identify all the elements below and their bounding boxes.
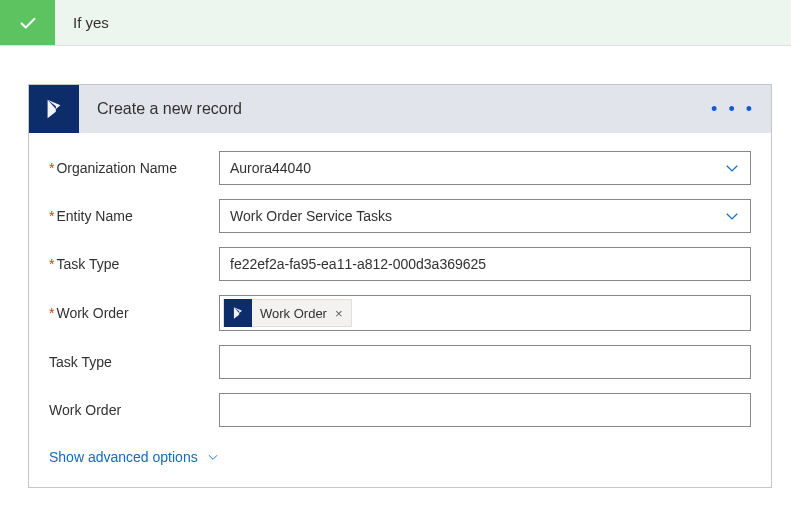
field-row-organization-name: *Organization Name [49, 151, 751, 185]
field-row-work-order-optional: Work Order [49, 393, 751, 427]
condition-title: If yes [55, 14, 109, 31]
entity-name-select[interactable] [219, 199, 751, 233]
dynamics-icon [224, 299, 252, 327]
token-label: Work Order [252, 306, 335, 321]
token-remove-button[interactable]: × [335, 306, 351, 321]
field-label: Work Order [49, 402, 219, 418]
work-order-token-field[interactable]: Work Order × [219, 295, 751, 331]
condition-header[interactable]: If yes [0, 0, 791, 46]
action-card-header[interactable]: Create a new record • • • [29, 85, 771, 133]
field-label: *Work Order [49, 305, 219, 321]
show-advanced-options-link[interactable]: Show advanced options [49, 441, 220, 475]
required-asterisk: * [49, 256, 54, 272]
chevron-down-icon [206, 450, 220, 464]
action-card: Create a new record • • • *Organization … [28, 84, 772, 488]
field-label: Task Type [49, 354, 219, 370]
field-label: *Task Type [49, 256, 219, 272]
field-row-task-type-optional: Task Type [49, 345, 751, 379]
required-asterisk: * [49, 208, 54, 224]
dynamic-content-token[interactable]: Work Order × [223, 299, 352, 327]
required-asterisk: * [49, 305, 54, 321]
task-type-input[interactable] [219, 247, 751, 281]
field-row-task-type-required: *Task Type [49, 247, 751, 281]
work-order-optional-input[interactable] [219, 393, 751, 427]
field-label: *Organization Name [49, 160, 219, 176]
dynamics-icon [29, 85, 79, 133]
task-type-optional-input[interactable] [219, 345, 751, 379]
field-row-work-order-required: *Work Order Work Order × [49, 295, 751, 331]
field-label: *Entity Name [49, 208, 219, 224]
field-row-entity-name: *Entity Name [49, 199, 751, 233]
required-asterisk: * [49, 160, 54, 176]
action-card-body: *Organization Name *Entity Name [29, 133, 771, 487]
organization-name-select[interactable] [219, 151, 751, 185]
more-menu-button[interactable]: • • • [711, 99, 755, 120]
check-icon [0, 0, 55, 45]
action-card-title: Create a new record [79, 100, 242, 118]
